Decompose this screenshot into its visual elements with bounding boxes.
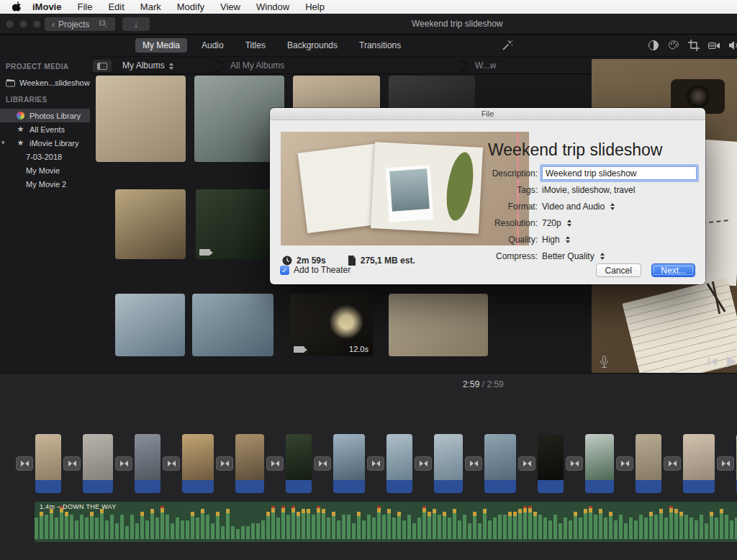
breadcrumb-all-my-albums[interactable]: All My Albums [230,60,284,71]
waveform-bar [498,515,502,539]
enhance-wand-icon[interactable] [502,40,513,51]
timeline-clip[interactable] [585,434,614,493]
waveform-bar [357,512,361,539]
transition-icon[interactable] [16,456,33,471]
tab-transitions[interactable]: Transitions [352,38,408,53]
transition-icon[interactable] [465,456,482,471]
audio-track[interactable]: 1.4m – DOWN THE WAY [35,502,737,542]
crop-icon[interactable] [688,40,700,51]
waveform-bar [649,512,653,539]
timeline-clip[interactable] [636,434,661,493]
waveform-bar [604,518,607,539]
apple-menu-icon[interactable] [9,1,24,12]
timeline-clip[interactable] [182,434,214,493]
sidebar-item-my-movie[interactable]: My Movie [0,163,90,177]
transition-icon[interactable] [63,456,81,471]
media-thumbnail[interactable] [389,294,488,356]
menu-item-help[interactable]: Help [297,1,333,12]
stepper-icon[interactable] [566,236,570,243]
minimize-window-button[interactable] [19,20,27,28]
import-media-button[interactable]: ♪ [92,17,115,31]
waveform-bar [392,518,396,539]
waveform-bar [695,520,698,539]
stepper-icon[interactable] [600,253,605,260]
timeline-clip[interactable] [484,434,516,493]
transition-icon[interactable] [717,456,734,471]
tab-my-media[interactable]: My Media [135,38,187,53]
tab-titles[interactable]: Titles [238,38,273,53]
stabilization-camera-icon[interactable] [708,40,720,51]
timeline-clip[interactable] [333,434,365,493]
clip-duration-badge: 12.0s [349,345,368,353]
transition-icon[interactable] [367,456,384,471]
description-input[interactable] [542,166,697,180]
stepper-icon[interactable] [567,220,571,227]
breadcrumb-album[interactable]: W...w [475,60,496,71]
menu-item-modify[interactable]: Modify [169,1,212,12]
disclosure-triangle-icon[interactable]: ▾ [1,139,5,146]
menu-item-window[interactable]: Window [248,1,297,12]
media-thumbnail[interactable] [115,294,185,356]
transition-icon[interactable] [163,456,180,471]
transition-icon[interactable] [566,456,583,471]
timeline-clip[interactable] [386,434,412,493]
waveform-bar [322,509,325,539]
color-palette-icon[interactable] [668,40,679,51]
close-window-button[interactable] [6,20,14,28]
tab-backgrounds[interactable]: Backgrounds [280,38,345,53]
menu-item-file[interactable]: File [69,1,100,12]
volume-speaker-icon[interactable] [728,40,737,51]
transition-icon[interactable] [664,456,681,471]
menu-item-imovie[interactable]: iMovie [24,1,69,12]
transition-icon[interactable] [518,456,535,471]
stepper-icon[interactable] [610,203,615,210]
media-thumbnail[interactable] [96,76,186,162]
timeline-clip[interactable] [35,434,61,493]
color-balance-icon[interactable] [648,40,659,51]
transition-icon[interactable] [266,456,284,471]
waveform-bar [251,523,255,539]
menu-item-mark[interactable]: Mark [132,1,169,12]
transition-icon[interactable] [314,456,331,471]
download-arrow-button[interactable]: ↓ [122,17,150,31]
sidebar-item-7-03-2018[interactable]: 7-03-2018 [0,150,90,163]
timeline-clip[interactable] [683,434,715,493]
projects-button[interactable]: ‹ Projects [45,17,96,31]
media-thumbnail[interactable] [192,294,273,356]
media-thumbnail[interactable]: 12.0s [290,294,373,356]
play-icon[interactable] [725,356,737,368]
dialog-titlebar[interactable]: File [270,108,705,120]
waveform-bar [397,512,401,539]
sidebar-item-imovie-library[interactable]: ▾★iMovie Library [0,136,90,150]
sidebar-toggle-button[interactable] [93,60,112,72]
sidebar-item-all-events[interactable]: ★All Events [0,122,90,136]
add-to-theater-checkbox[interactable]: ✓ Add to Theater [280,265,351,275]
waveform-bar [553,515,557,539]
sidebar-item-project[interactable]: Weeken...slideshow [0,76,90,89]
timeline-clip[interactable] [538,434,564,493]
tab-audio[interactable]: Audio [194,38,231,53]
media-thumbnail[interactable] [115,189,186,259]
albums-dropdown[interactable]: My Albums [122,60,173,71]
sidebar-item-photos-library[interactable]: Photos Library [0,109,90,122]
zoom-window-button[interactable] [33,20,41,28]
timeline-clip[interactable] [235,434,264,493]
timeline-clip[interactable] [135,434,160,493]
voiceover-mic-icon[interactable] [599,356,610,369]
cancel-button[interactable]: Cancel [596,263,641,277]
transition-icon[interactable] [616,456,633,471]
waveform-bar [367,515,371,539]
traffic-lights[interactable] [6,20,41,28]
transition-icon[interactable] [216,456,233,471]
next-button[interactable]: Next... [651,263,695,277]
menu-item-edit[interactable]: Edit [100,1,132,12]
skip-to-start-icon[interactable] [707,357,718,366]
sidebar-item-my-movie-2[interactable]: My Movie 2 [0,177,90,191]
transition-icon[interactable] [115,456,132,471]
timeline-clip[interactable] [286,434,312,493]
timeline-clip[interactable] [83,434,113,493]
transition-icon[interactable] [415,456,432,471]
timeline-clip[interactable] [434,434,463,493]
menu-item-view[interactable]: View [212,1,248,12]
clip-blue-bar [636,480,661,493]
